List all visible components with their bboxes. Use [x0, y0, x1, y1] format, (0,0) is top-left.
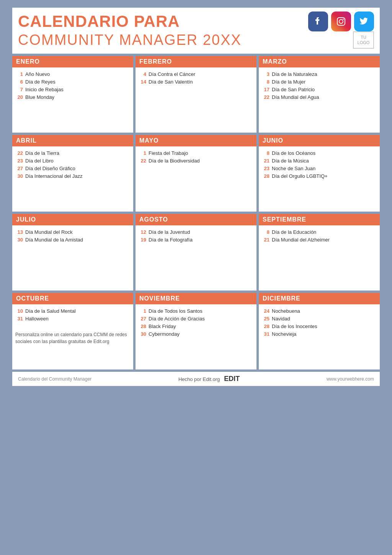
month-cell-febrero: FEBRERO4Día Contra el Cáncer14Día de San… — [136, 56, 256, 133]
event-name: Día de la Tierra — [25, 150, 59, 156]
event-name: Día del Orgullo LGBTIQ+ — [272, 173, 328, 179]
month-header: NOVIEMBRE — [136, 293, 256, 304]
event-day: 22 — [15, 150, 23, 156]
event-name: Fiesta del Trabajo — [149, 150, 188, 156]
logo-placeholder: TULOGO — [353, 31, 374, 49]
month-header: JUNIO — [259, 135, 380, 146]
event-name: Blue Monday — [25, 94, 54, 100]
month-events: 1Fiesta del Trabajo22Día de la Biodivers… — [136, 146, 256, 169]
month-events: 12Día de la Juventud19Día de la Fotograf… — [136, 225, 256, 248]
event-day: 1 — [15, 71, 23, 77]
event-day: 28 — [139, 323, 146, 329]
event-item: 1Día de Todos los Santos — [139, 308, 253, 314]
footer-right: www.yourwebhere.com — [327, 376, 374, 382]
twitter-icon[interactable] — [354, 11, 374, 31]
month-header: MARZO — [259, 56, 380, 67]
instagram-icon[interactable] — [331, 11, 351, 31]
event-day: 3 — [262, 71, 270, 77]
event-day: 25 — [262, 316, 270, 322]
month-events: 10Día de la Salud Mental31Halloween — [12, 304, 133, 327]
event-name: Día de San Patricio — [272, 87, 315, 92]
subtitle: COMMUNITY MANAGER 20XX — [18, 32, 242, 48]
month-cell-septiembre: SEPTIEMBRE8Día de la Educación21Día Mund… — [259, 214, 380, 291]
month-events: 3Día de la Naturaleza8Día de la Mujer17D… — [259, 67, 380, 106]
event-day: 27 — [139, 316, 146, 322]
event-item: 31Nochevieja — [262, 331, 377, 337]
event-day: 23 — [262, 166, 270, 171]
event-item: 20Blue Monday — [15, 94, 130, 100]
event-item: 23Noche de San Juan — [262, 166, 377, 171]
event-item: 28Black Friday — [139, 323, 253, 329]
month-cell-agosto: AGOSTO12Día de la Juventud19Día de la Fo… — [136, 214, 256, 291]
event-item: 31Halloween — [15, 316, 130, 322]
event-name: Día de Acción de Gracias — [149, 316, 205, 322]
month-events: 1Día de Todos los Santos27Día de Acción … — [136, 304, 256, 343]
event-item: 28Día del Orgullo LGBTIQ+ — [262, 173, 377, 179]
event-day: 20 — [15, 94, 23, 100]
event-name: Día de la Fotografía — [149, 237, 193, 243]
event-day: 30 — [139, 331, 146, 337]
month-header: JULIO — [12, 214, 133, 225]
event-item: 21Día de la Música — [262, 158, 377, 164]
event-day: 8 — [262, 229, 270, 235]
event-day: 22 — [139, 158, 146, 164]
event-item: 30Cybermonday — [139, 331, 253, 337]
event-day: 31 — [262, 331, 270, 337]
event-day: 27 — [15, 166, 23, 171]
facebook-icon[interactable] — [308, 11, 328, 31]
event-item: 28Día de los Inocentes — [262, 323, 377, 329]
event-name: Día de Todos los Santos — [149, 308, 203, 314]
month-cell-abril: ABRIL22Día de la Tierra23Día del Libro27… — [12, 135, 133, 212]
event-name: Día de la Música — [272, 158, 309, 164]
event-day: 14 — [139, 79, 146, 85]
event-day: 7 — [15, 87, 23, 92]
event-name: Día de la Naturaleza — [272, 71, 317, 77]
event-name: Día Mundial de la Amistad — [25, 237, 83, 243]
event-name: Día de la Juventud — [149, 229, 190, 235]
month-header: AGOSTO — [136, 214, 256, 225]
event-item: 8Día de los Océanos — [262, 150, 377, 156]
event-name: Día Mundial del Alzheimer — [272, 237, 330, 243]
event-name: Noche de San Juan — [272, 166, 315, 171]
event-name: Día Mundial del Agua — [272, 94, 319, 100]
event-name: Navidad — [272, 316, 290, 322]
event-name: Inicio de Rebajas — [25, 87, 64, 92]
month-events: 8Día de los Océanos21Día de la Música23N… — [259, 146, 380, 185]
social-icons-group — [308, 11, 374, 31]
svg-point-2 — [343, 19, 344, 20]
event-day: 21 — [262, 237, 270, 243]
event-name: Día de la Salud Mental — [25, 308, 76, 314]
event-item: 17Día de San Patricio — [262, 87, 377, 92]
event-item: 1Año Nuevo — [15, 71, 130, 77]
event-name: Día de los Inocentes — [272, 323, 317, 329]
event-name: Día de la Educación — [272, 229, 316, 235]
month-cell-noviembre: NOVIEMBRE1Día de Todos los Santos27Día d… — [136, 293, 256, 369]
event-day: 22 — [262, 94, 270, 100]
event-item: 19Día de la Fotografía — [139, 237, 253, 243]
event-item: 21Día Mundial del Alzheimer — [262, 237, 377, 243]
event-day: 24 — [262, 308, 270, 314]
event-item: 8Día de la Educación — [262, 229, 377, 235]
event-day: 17 — [262, 87, 270, 92]
event-name: Día de la Mujer — [272, 79, 305, 85]
event-item: 10Día de la Salud Mental — [15, 308, 130, 314]
event-item: 25Navidad — [262, 316, 377, 322]
event-item: 22Día de la Biodiversidad — [139, 158, 253, 164]
promo-text: Personaliza online un calendario para CC… — [12, 327, 133, 349]
event-day: 12 — [139, 229, 146, 235]
month-cell-diciembre: DICIEMBRE24Nochebuena25Navidad28Día de l… — [259, 293, 380, 369]
event-item: 23Día del Libro — [15, 158, 130, 164]
event-item: 7Inicio de Rebajas — [15, 87, 130, 92]
event-name: Día de los Océanos — [272, 150, 315, 156]
event-name: Día Internacional del Jazz — [25, 173, 83, 179]
event-name: Día de la Biodiversidad — [149, 158, 200, 164]
header-top: CALENDARIO PARA — [18, 11, 374, 31]
month-cell-junio: JUNIO8Día de los Océanos21Día de la Músi… — [259, 135, 380, 212]
event-day: 8 — [262, 79, 270, 85]
event-name: Halloween — [25, 316, 49, 322]
month-cell-enero: ENERO1Año Nuevo6Día de Reyes7Inicio de R… — [12, 56, 133, 133]
page: CALENDARIO PARA — [12, 0, 380, 394]
event-day: 8 — [262, 150, 270, 156]
event-name: Día del Libro — [25, 158, 54, 164]
month-cell-octubre: OCTUBRE10Día de la Salud Mental31Hallowe… — [12, 293, 133, 369]
